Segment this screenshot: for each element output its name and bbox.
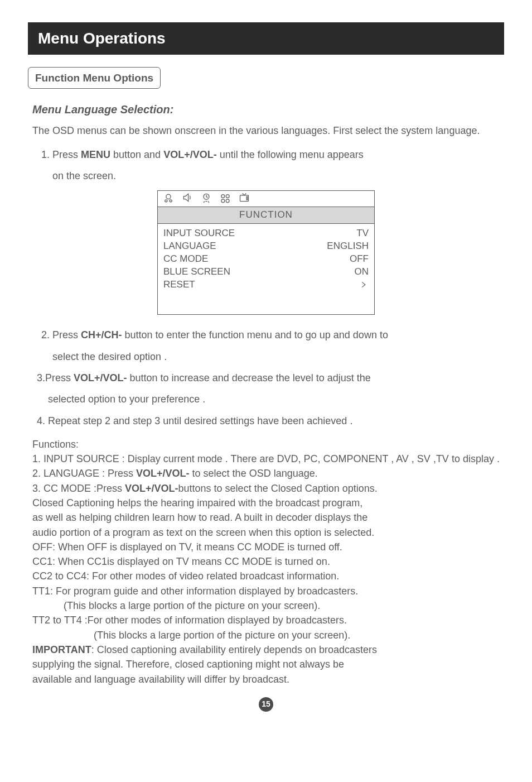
step-1-text-e: until the following menu appears xyxy=(217,149,364,160)
step-3: 3.Press VOL+/VOL- button to increase and… xyxy=(37,371,504,385)
osd-value: TV xyxy=(356,227,369,240)
osd-label: LANGUAGE xyxy=(163,240,216,253)
f3-off: OFF: When OFF is displayed on TV, it mea… xyxy=(32,540,504,554)
intro-paragraph: The OSD menus can be shown onscreen in t… xyxy=(32,124,504,137)
step-3-text-a: 3.Press xyxy=(37,372,74,383)
step-1: 1. Press MENU button and VOL+/VOL- until… xyxy=(41,148,504,161)
f3-a: 3. CC MODE :Press xyxy=(32,483,125,494)
sound-tab-icon xyxy=(181,192,194,207)
step-3-vol: VOL+/VOL- xyxy=(74,372,127,383)
osd-value: OFF xyxy=(350,253,369,266)
f3-line2: as well as helping children learn how to… xyxy=(32,511,504,524)
f2-vol: VOL+/VOL- xyxy=(136,468,190,479)
svg-point-4 xyxy=(221,194,225,198)
f3-tt2: TT2 to TT4 :For other modes of informati… xyxy=(32,613,504,627)
step-3-sub: selected option to your preference . xyxy=(48,392,504,406)
important-a: : Closed captioning availability entirel… xyxy=(91,644,377,655)
step-2-text-a: 2. Press xyxy=(41,329,81,340)
osd-label: RESET xyxy=(163,279,195,292)
page-banner: Menu Operations xyxy=(28,22,504,55)
important-l1: supplying the signal. Therefore, closed … xyxy=(32,658,504,671)
f3-line3: audio portion of a program as text on th… xyxy=(32,526,504,539)
osd-label: CC MODE xyxy=(163,253,208,266)
important-bold: IMPORTANT xyxy=(32,644,91,655)
step-1-text-c: button and xyxy=(110,149,163,160)
svg-point-0 xyxy=(166,194,171,199)
section-title: Menu Language Selection: xyxy=(32,102,504,117)
svg-point-1 xyxy=(165,200,167,202)
function-tab-icon xyxy=(219,192,231,207)
step-2-sub: select the desired option . xyxy=(52,350,504,363)
step-2-ch: CH+/CH- xyxy=(81,329,122,340)
step-1-vol: VOL+/VOL- xyxy=(163,149,217,160)
osd-row-blue-screen: BLUE SCREEN ON xyxy=(163,266,369,279)
osd-row-language: LANGUAGE ENGLISH xyxy=(163,240,369,253)
step-3-text-c: button to increase and decrease the leve… xyxy=(127,372,371,383)
f3-line1: Closed Captioning helps the hearing impa… xyxy=(32,496,504,510)
functions-block: Functions: 1. INPUT SOURCE : Display cur… xyxy=(32,438,504,686)
page-number-container: 15 xyxy=(28,697,504,712)
function-1: 1. INPUT SOURCE : Display current mode .… xyxy=(32,452,504,466)
f2-a: 2. LANGUAGE : Press xyxy=(32,468,136,479)
f3-tt1b: (This blocks a large portion of the pict… xyxy=(32,599,504,612)
osd-body: INPUT SOURCE TV LANGUAGE ENGLISH CC MODE… xyxy=(158,224,374,314)
reset-arrow-icon xyxy=(360,279,369,292)
svg-point-6 xyxy=(221,199,225,203)
function-3: 3. CC MODE :Press VOL+/VOL-buttons to se… xyxy=(32,482,504,495)
osd-container: FUNCTION INPUT SOURCE TV LANGUAGE ENGLIS… xyxy=(28,190,504,315)
tv-tab-icon xyxy=(238,192,250,207)
step-1-sub: on the screen. xyxy=(52,169,504,183)
step-1-text-a: 1. Press xyxy=(41,149,81,160)
osd-title: FUNCTION xyxy=(158,207,374,224)
f3-tt1: TT1: For program guide and other informa… xyxy=(32,584,504,598)
osd-panel: FUNCTION INPUT SOURCE TV LANGUAGE ENGLIS… xyxy=(157,190,375,315)
f3-c: buttons to select the Closed Caption opt… xyxy=(178,483,378,494)
f3-cc1: CC1: When CC1is displayed on TV means CC… xyxy=(32,555,504,568)
functions-label: Functions: xyxy=(32,438,504,451)
osd-value: ENGLISH xyxy=(327,240,369,253)
important-l2: available and language availability will… xyxy=(32,673,504,686)
page-number: 15 xyxy=(259,697,273,712)
svg-point-2 xyxy=(170,200,172,202)
f2-c: to select the OSD language. xyxy=(190,468,318,479)
osd-label: INPUT SOURCE xyxy=(163,227,235,240)
f3-vol: VOL+/VOL- xyxy=(125,483,178,494)
osd-value: ON xyxy=(355,266,369,279)
important-line: IMPORTANT: Closed captioning availabilit… xyxy=(32,643,504,656)
function-menu-options-heading: Function Menu Options xyxy=(28,67,161,89)
svg-point-7 xyxy=(226,199,229,203)
osd-row-input-source: INPUT SOURCE TV xyxy=(163,227,369,240)
function-2: 2. LANGUAGE : Press VOL+/VOL- to select … xyxy=(32,467,504,480)
osd-row-cc-mode: CC MODE OFF xyxy=(163,253,369,266)
step-2-text-c: button to enter the function menu and to… xyxy=(122,329,388,340)
svg-rect-9 xyxy=(246,196,248,200)
svg-point-5 xyxy=(226,194,229,198)
osd-label: BLUE SCREEN xyxy=(163,266,230,279)
osd-tab-icons xyxy=(158,191,374,207)
timer-tab-icon xyxy=(200,192,212,207)
step-2: 2. Press CH+/CH- button to enter the fun… xyxy=(41,328,504,342)
f3-tt2b: (This blocks a large portion of the pict… xyxy=(32,629,504,642)
step-4: 4. Repeat step 2 and step 3 until desire… xyxy=(37,414,504,428)
step-1-menu: MENU xyxy=(81,149,110,160)
osd-row-reset: RESET xyxy=(163,279,369,292)
f3-cc2: CC2 to CC4: For other modes of video rel… xyxy=(32,569,504,583)
picture-tab-icon xyxy=(162,192,175,207)
